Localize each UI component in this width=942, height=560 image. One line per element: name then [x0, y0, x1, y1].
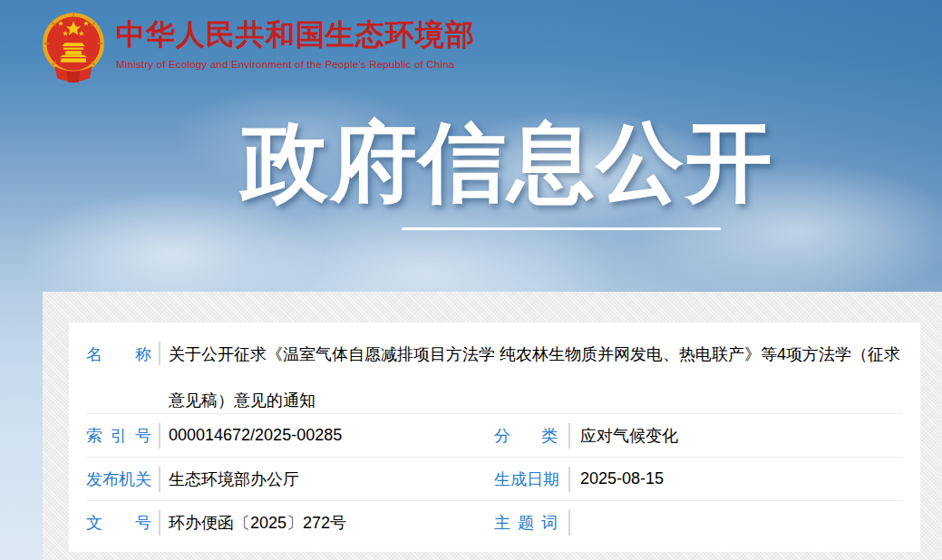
table-row-issuer-date: 发布机关 生态环境部办公厅 生成日期 2025-08-15 — [86, 458, 902, 501]
date-cell: 生成日期 2025-08-15 — [494, 467, 902, 492]
ministry-logo-text[interactable]: 中华人民共和国生态环境部 Ministry of Ecology and Env… — [116, 17, 475, 71]
name-value: 关于公开征求《温室气体自愿减排项目方法学 纯农林生物质并网发电、热电联产》等4项… — [169, 323, 900, 424]
name-label: 名称 — [86, 343, 151, 365]
ministry-name-en: Ministry of Ecology and Environment of t… — [116, 58, 475, 71]
issuer-cell: 发布机关 生态环境部办公厅 — [86, 467, 494, 492]
issuer-value: 生态环境部办公厅 — [169, 468, 299, 490]
page: 中华人民共和国生态环境部 Ministry of Ecology and Env… — [0, 0, 942, 560]
keywords-cell: 主题词 — [494, 510, 902, 536]
table-row-docnum-keywords: 文号 环办便函〔2025〕272号 主题词 — [86, 501, 902, 545]
divider — [568, 467, 570, 492]
divider — [159, 467, 160, 492]
doc-info-card: 名称 关于公开征求《温室气体自愿减排项目方法学 纯农林生物质并网发电、热电联产》… — [69, 323, 920, 552]
doc-info-table: 名称 关于公开征求《温室气体自愿减排项目方法学 纯农林生物质并网发电、热电联产》… — [86, 323, 902, 552]
national-emblem-icon[interactable] — [40, 8, 107, 90]
content-wrapper: 名称 关于公开征求《温室气体自愿减排项目方法学 纯农林生物质并网发电、热电联产》… — [43, 292, 942, 560]
title-underline — [402, 227, 721, 230]
docnum-cell: 文号 环办便函〔2025〕272号 — [86, 510, 494, 536]
index-value: 000014672/2025-00285 — [169, 426, 342, 445]
docnum-label: 文号 — [86, 512, 151, 534]
divider — [159, 342, 160, 365]
date-value: 2025-08-15 — [580, 469, 664, 488]
category-label: 分类 — [494, 425, 558, 447]
date-label: 生成日期 — [494, 468, 558, 490]
category-cell: 分类 应对气候变化 — [494, 423, 902, 449]
page-title: 政府信息公开 — [0, 112, 942, 212]
issuer-label: 发布机关 — [86, 468, 151, 490]
ministry-name-cn: 中华人民共和国生态环境部 — [116, 17, 475, 52]
divider — [568, 510, 570, 536]
divider — [568, 423, 570, 449]
divider — [159, 423, 160, 449]
divider — [159, 510, 160, 536]
docnum-value: 环办便函〔2025〕272号 — [169, 512, 346, 534]
table-row-name: 名称 关于公开征求《温室气体自愿减排项目方法学 纯农林生物质并网发电、热电联产》… — [86, 323, 902, 414]
index-label: 索引号 — [86, 425, 151, 447]
keywords-label: 主题词 — [494, 512, 558, 534]
index-cell: 索引号 000014672/2025-00285 — [86, 423, 494, 449]
site-header: 中华人民共和国生态环境部 Ministry of Ecology and Env… — [0, 0, 942, 95]
category-value: 应对气候变化 — [580, 425, 678, 447]
